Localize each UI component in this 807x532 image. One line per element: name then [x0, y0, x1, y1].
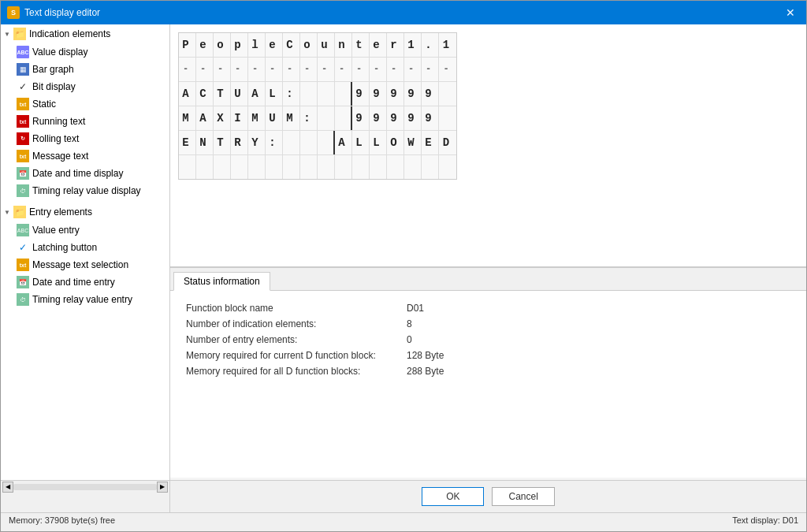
led-cell: - [214, 58, 231, 81]
status-label: Number of indication elements: [186, 318, 407, 329]
led-cell: - [335, 58, 352, 81]
led-cell: l [248, 33, 266, 57]
display-row-2: - - - - - - - - - - - - - - - [179, 58, 456, 82]
led-cell: r [387, 33, 404, 57]
led-cell: M [248, 106, 266, 130]
scroll-track [13, 484, 157, 490]
tab-status-information[interactable]: Status information [173, 272, 270, 291]
value-display-icon: ABC [17, 46, 29, 58]
sidebar-item-timing-relay-entry[interactable]: ⏱ Timing relay value entry [1, 291, 169, 308]
memory-status: Memory: 37908 byte(s) free [9, 515, 115, 529]
status-value: 288 Byte [407, 366, 444, 377]
button-bar: OK Cancel [170, 480, 806, 512]
led-cell [370, 155, 387, 179]
static-label: Static [32, 99, 56, 110]
led-cell: - [404, 58, 422, 81]
date-time-display-label: Date and time display [32, 168, 123, 179]
running-text-icon: txt [17, 115, 29, 128]
ok-button[interactable]: OK [422, 487, 484, 506]
sidebar-item-bit-display[interactable]: ✓ Bit display [1, 78, 169, 95]
entry-elements-group[interactable]: ▼ 📁 Entry elements [1, 203, 169, 221]
led-cell [439, 155, 456, 179]
bit-display-icon: ✓ [17, 80, 29, 93]
led-cell: 1 [404, 33, 422, 57]
led-cell: 9 [352, 82, 370, 106]
sidebar-item-static[interactable]: txt Static [1, 95, 169, 113]
latching-button-icon: ✓ [17, 241, 29, 254]
led-cell: - [283, 58, 300, 81]
scroll-left-button[interactable]: ◀ [2, 482, 13, 493]
led-cell: t [352, 33, 370, 57]
indication-elements-group[interactable]: ▼ 📁 Indication elements [1, 24, 169, 43]
led-cell: n [335, 33, 352, 57]
led-cell: A [335, 131, 352, 154]
left-panel: ▼ 📁 Indication elements ABC Value displa… [1, 24, 170, 480]
running-text-label: Running text [32, 116, 85, 127]
window-title: Text display editor [24, 7, 100, 18]
led-cell: - [266, 58, 283, 81]
led-cell: - [231, 58, 248, 81]
led-cell: o [214, 33, 231, 57]
sidebar-item-latching-button[interactable]: ✓ Latching button [1, 239, 169, 256]
sidebar-item-rolling-text[interactable]: ↻ Rolling text [1, 130, 169, 147]
sidebar-item-message-text[interactable]: txt Message text [1, 147, 169, 165]
led-cell [352, 155, 370, 179]
led-cell: 9 [422, 82, 439, 106]
message-text-label: Message text [32, 151, 88, 162]
sidebar-item-value-display[interactable]: ABC Value display [1, 43, 169, 61]
led-cell [318, 82, 335, 106]
value-display-label: Value display [32, 47, 88, 58]
led-cell: 9 [404, 82, 422, 106]
led-cell: X [214, 106, 231, 130]
status-row-1: Function block name D01 [186, 303, 790, 314]
sidebar-item-running-text[interactable]: txt Running text [1, 113, 169, 130]
message-text-icon: txt [17, 150, 29, 162]
sidebar-item-bar-graph[interactable]: ▦ Bar graph [1, 61, 169, 78]
bit-display-label: Bit display [32, 81, 76, 92]
right-panel: P e o p l e C o u n t e r 1 . [170, 24, 806, 480]
led-cell [248, 155, 266, 179]
display-status: Text display: D01 [732, 515, 798, 529]
led-cell: C [283, 33, 300, 57]
led-cell: - [422, 58, 439, 81]
window-icon: S [7, 6, 20, 19]
status-row-3: Number of entry elements: 0 [186, 334, 790, 345]
led-cell [318, 155, 335, 179]
led-cell: - [179, 58, 196, 81]
led-cell: L [352, 131, 370, 154]
sidebar-item-date-time-display[interactable]: 📅 Date and time display [1, 165, 169, 182]
sidebar-item-value-entry[interactable]: ABC Value entry [1, 221, 169, 239]
led-cell: - [196, 58, 214, 81]
led-cell: T [214, 131, 231, 154]
led-cell: 1 [439, 33, 456, 57]
sidebar-item-message-text-selection[interactable]: txt Message text selection [1, 256, 169, 273]
led-cell [300, 82, 318, 106]
main-content: ▼ 📁 Indication elements ABC Value displa… [1, 24, 806, 480]
sidebar-item-date-time-entry[interactable]: 📅 Date and time entry [1, 273, 169, 291]
info-panel: Status information Function block name D… [170, 267, 806, 480]
led-cell: E [422, 131, 439, 154]
sidebar-item-timing-relay-display[interactable]: ⏱ Timing relay value display [1, 182, 169, 199]
led-cell: - [439, 58, 456, 81]
led-cell: 9 [387, 106, 404, 130]
led-cell: W [404, 131, 422, 154]
title-bar-left: S Text display editor [7, 6, 100, 19]
title-bar: S Text display editor ✕ [1, 1, 806, 24]
close-button[interactable]: ✕ [781, 6, 800, 20]
led-cell: A [179, 82, 196, 106]
status-value: 0 [407, 334, 412, 345]
led-cell: : [300, 106, 318, 130]
value-entry-label: Value entry [32, 225, 80, 236]
cancel-button[interactable]: Cancel [492, 487, 554, 506]
led-cell: 9 [404, 106, 422, 130]
led-cell: N [196, 131, 214, 154]
led-cell: T [214, 82, 231, 106]
horizontal-scrollbar[interactable]: ◀ ▶ [1, 480, 169, 493]
scroll-right-button[interactable]: ▶ [157, 482, 168, 493]
timing-relay-display-icon: ⏱ [17, 184, 29, 197]
status-content: Function block name D01 Number of indica… [170, 291, 806, 478]
led-cell [318, 131, 335, 154]
led-cell: D [439, 131, 456, 154]
led-cell: 9 [422, 106, 439, 130]
led-cell: M [283, 106, 300, 130]
